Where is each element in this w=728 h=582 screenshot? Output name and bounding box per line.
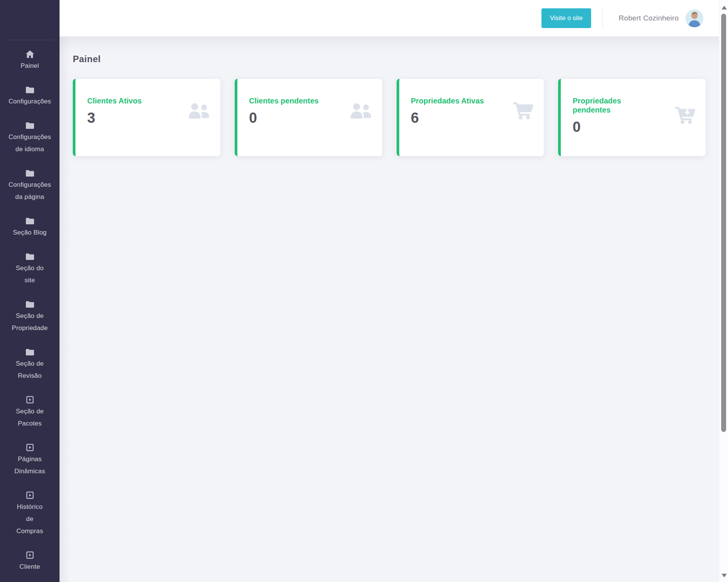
folder-icon xyxy=(26,217,34,225)
content-area: Painel Clientes Ativos 3 xyxy=(60,36,728,582)
scrollbar-up-arrow-icon[interactable] xyxy=(722,6,727,9)
folder-icon xyxy=(26,348,34,356)
sidebar-item-label: Configurações de idioma xyxy=(8,131,51,155)
card-propriedades-pendentes: Propriedades pendentes 0 xyxy=(558,79,706,156)
sidebar-item-configuracoes[interactable]: Configurações xyxy=(13,86,47,108)
folder-icon xyxy=(26,121,34,130)
scrollbar-thumb[interactable] xyxy=(721,14,726,432)
card-title: Clientes pendentes xyxy=(249,96,329,105)
user-name[interactable]: Robert Cozinheiro xyxy=(619,14,679,22)
sidebar-item-label: Histórico de Compras xyxy=(13,501,47,537)
sidebar-item-painel[interactable]: Painel xyxy=(13,50,47,72)
sidebar-item-secao-de-propriedade[interactable]: Seção de Propriedade xyxy=(13,300,47,334)
folder-icon xyxy=(26,169,34,177)
user-avatar[interactable] xyxy=(686,9,703,27)
card-propriedades-ativas: Propriedades Ativas 6 xyxy=(397,79,544,156)
folder-icon xyxy=(26,86,34,94)
vertical-scrollbar[interactable] xyxy=(719,0,728,582)
folder-icon xyxy=(26,252,34,261)
card-title: Propriedades pendentes xyxy=(573,96,652,114)
caret-square-right-icon xyxy=(26,551,34,559)
sidebar-item-historico-de-compras[interactable]: Histórico de Compras xyxy=(13,491,47,537)
sidebar-item-secao-de-revisao[interactable]: Seção de Revisão xyxy=(13,348,47,382)
card-title: Clientes Ativos xyxy=(87,96,167,105)
sidebar-logo-space xyxy=(0,0,60,40)
folder-icon xyxy=(26,300,34,308)
sidebar-item-label: Seção do site xyxy=(13,262,47,286)
sidebar-item-label: Configurações da página xyxy=(8,179,51,203)
card-value: 6 xyxy=(411,111,513,125)
caret-square-right-icon xyxy=(26,396,34,404)
card-clientes-pendentes: Clientes pendentes 0 xyxy=(235,79,382,156)
page-title: Painel xyxy=(73,54,706,64)
sidebar-item-label: Painel xyxy=(20,60,39,72)
card-title: Propriedades Ativas xyxy=(411,96,491,105)
admin-dashboard: Painel Configurações Configurações de id… xyxy=(0,0,728,582)
sidebar-item-label: Cliente xyxy=(19,561,40,573)
card-value: 0 xyxy=(573,120,675,134)
sidebar-nav: Painel Configurações Configurações de id… xyxy=(0,40,60,582)
scrollbar-down-arrow-icon[interactable] xyxy=(722,574,727,577)
main-column: Visite o site Robert Cozinheiro Painel xyxy=(60,0,728,582)
card-clientes-ativos: Clientes Ativos 3 xyxy=(73,79,220,156)
users-icon xyxy=(187,102,210,119)
cart-icon xyxy=(513,101,534,120)
sidebar-item-label: Seção Blog xyxy=(13,227,47,239)
sidebar-item-secao-do-site[interactable]: Seção do site xyxy=(13,252,47,286)
card-value: 3 xyxy=(87,111,187,125)
top-header: Visite o site Robert Cozinheiro xyxy=(60,0,728,36)
users-icon xyxy=(349,102,372,119)
sidebar-item-configuracoes-de-idioma[interactable]: Configurações de idioma xyxy=(13,121,47,155)
sidebar-item-secao-blog[interactable]: Seção Blog xyxy=(13,217,47,239)
sidebar-item-label: Seção de Propriedade xyxy=(12,310,48,334)
home-icon xyxy=(26,50,34,58)
sidebar-item-paginas-dinamicas[interactable]: Páginas Dinâmicas xyxy=(13,443,47,477)
caret-square-right-icon xyxy=(26,491,34,499)
stat-cards: Clientes Ativos 3 xyxy=(73,79,706,156)
header-divider xyxy=(602,8,603,28)
sidebar-item-label: Seção de Revisão xyxy=(13,358,47,382)
sidebar-item-cliente[interactable]: Cliente xyxy=(13,551,47,573)
sidebar-item-label: Páginas Dinâmicas xyxy=(13,453,47,477)
sidebar-item-label: Seção de Pacotes xyxy=(13,405,47,430)
sidebar-item-secao-de-pacotes[interactable]: Seção de Pacotes xyxy=(13,396,47,430)
card-value: 0 xyxy=(249,111,349,125)
sidebar-item-configuracoes-da-pagina[interactable]: Configurações da página xyxy=(13,169,47,203)
caret-square-right-icon xyxy=(26,443,34,452)
sidebar-item-label: Configurações xyxy=(8,95,51,108)
visit-site-button[interactable]: Visite o site xyxy=(541,8,591,28)
cart-arrow-down-icon xyxy=(675,106,696,125)
sidebar: Painel Configurações Configurações de id… xyxy=(0,0,60,582)
